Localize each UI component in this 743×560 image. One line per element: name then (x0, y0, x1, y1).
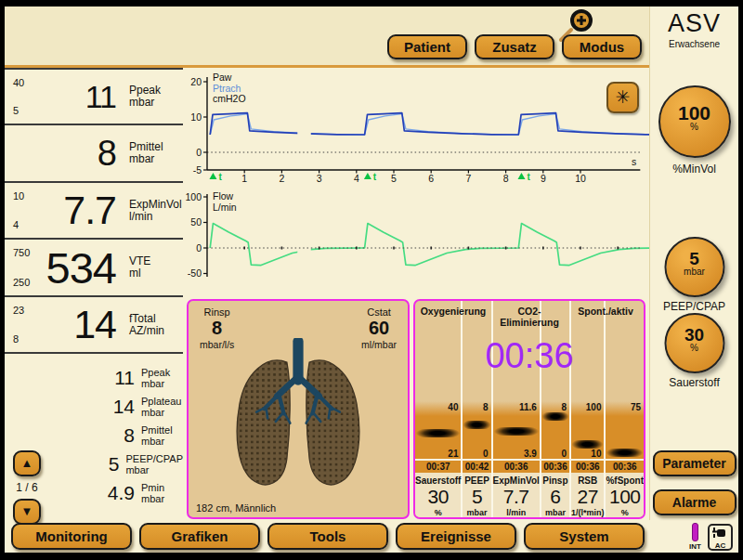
gauge-indicator (606, 449, 644, 457)
gauge-max: 40 (448, 402, 458, 412)
alarm-limit-low: 250 (13, 277, 34, 288)
alarme-button[interactable]: Alarme (653, 489, 736, 515)
svg-text:20: 20 (190, 76, 202, 87)
alarm-limit-high: 10 (13, 190, 34, 202)
monitor-unit: mbar (129, 153, 183, 165)
monitor-value: 11 (34, 79, 124, 115)
flow-waveform-chart: 100500-50FlowL/min (179, 189, 649, 298)
minvol-knob-label: %MinVol (650, 163, 738, 176)
zusatz-button[interactable]: Zusatz (475, 34, 554, 59)
svg-text:Ptrach: Ptrach (213, 83, 241, 94)
monitor-label: Pplateau (141, 396, 181, 407)
gauge-value: 6 (541, 486, 569, 508)
monitor-unit: mbar (129, 97, 183, 109)
parameter-button[interactable]: Parameter (653, 450, 736, 476)
rinsp-value: 8 (200, 318, 234, 339)
gauge-sauerstoff: 4021 00:37 Sauerstoff30% (415, 301, 463, 517)
tab-grafiken[interactable]: Grafiken (139, 523, 260, 550)
patient-group-label: Erwachsene (650, 39, 738, 49)
monitor-label: ExpMinVol (129, 199, 183, 211)
svg-text:-50: -50 (188, 267, 202, 279)
svg-text:1: 1 (241, 173, 247, 184)
gauge-unit: l/min (493, 508, 540, 517)
gauge-timer: 00:36 (541, 459, 569, 473)
minvol-knob[interactable]: 100 % (658, 85, 731, 158)
gauge-min: 0 (561, 449, 567, 459)
tab-monitoring[interactable]: Monitoring (11, 523, 132, 550)
monitor-unit: l/min (129, 211, 183, 223)
monitor-unit: mbar (141, 378, 170, 389)
bottom-bar: Monitoring Grafiken Tools Ereignisse Sys… (5, 523, 738, 553)
gauge-value: 7.7 (493, 486, 540, 508)
svg-text:t: t (373, 172, 377, 182)
gauge-rsb: 10010 00:36 RSB271/(l*min) (571, 301, 606, 517)
section-spont-aktiv: Spont./aktiv (567, 306, 644, 328)
svg-text:L/min: L/min (213, 202, 237, 213)
svg-text:-5: -5 (193, 164, 202, 176)
gauge-timer: 00:42 (463, 459, 490, 473)
gauge-name: %fSpont (606, 475, 644, 486)
monitor-value: 534 (34, 242, 124, 293)
gauge-min: 3.9 (524, 449, 537, 459)
battery-icon (692, 523, 698, 541)
svg-text:4: 4 (354, 173, 359, 184)
svg-text:cmH2O: cmH2O (213, 93, 246, 104)
freeze-curves-button[interactable]: ✳ (606, 82, 639, 113)
battery-label: INT (689, 542, 701, 551)
svg-text:10: 10 (190, 111, 202, 123)
gauge-pinsp: 80 00:36 Pinsp6mbar (541, 301, 571, 517)
peep-cpap-knob[interactable]: 5 mbar (664, 237, 724, 297)
svg-text:Paw: Paw (213, 72, 232, 83)
monitor-label: PEEP/CPAP (125, 453, 183, 464)
page-down-button[interactable]: ▼ (13, 499, 41, 525)
gauge-indicator (463, 421, 490, 429)
dynamic-lung-panel[interactable]: Rinsp 8 mbar/l/s Cstat 60 ml/mbar (187, 299, 410, 519)
svg-text:10: 10 (575, 173, 586, 184)
svg-text:Flow: Flow (213, 190, 234, 202)
svg-text:6: 6 (428, 173, 434, 184)
tab-system[interactable]: System (524, 523, 645, 550)
page-indicator: 1 / 6 (10, 481, 44, 494)
sauerstoff-knob[interactable]: 30 % (664, 313, 724, 373)
gauge-indicator (415, 429, 461, 437)
monitor-value: 11 (5, 367, 135, 389)
monitor-value: 7.7 (34, 188, 124, 233)
section-oxygenierung: Oxygenierung (415, 306, 491, 328)
gauge-value: 30 (415, 486, 461, 508)
gauge-unit: mbar (463, 508, 490, 517)
svg-text:2: 2 (279, 173, 284, 184)
gauge-timer: 00:36 (606, 459, 644, 473)
patient-button[interactable]: Patient (387, 34, 467, 59)
monitor-unit: ml (129, 267, 183, 280)
gauge-timer: 00:36 (571, 459, 605, 473)
page-up-button[interactable]: ▲ (13, 450, 41, 476)
svg-text:0: 0 (196, 147, 202, 158)
gauge-value: 5 (463, 486, 490, 508)
gauge-max: 100 (586, 402, 602, 412)
cstat-value: 60 (361, 318, 397, 339)
gauge-name: Pinsp (541, 475, 569, 486)
gauge-name: ExpMinVol (493, 475, 540, 486)
gauge-value: 100 (606, 486, 644, 508)
gauge-fspont: 75 00:36 %fSpont100% (606, 301, 644, 517)
modus-button[interactable]: Modus (562, 34, 642, 59)
svg-text:3: 3 (317, 173, 322, 184)
ventilator-screen-frame: Patient Zusatz Modus 405 11 Ppeakmbar 8 … (0, 0, 743, 560)
svg-text:t: t (527, 172, 530, 182)
alarm-limit-low: 8 (13, 333, 34, 345)
svg-text:9: 9 (541, 173, 546, 184)
gauge-name: PEEP (463, 475, 490, 486)
mode-title: ASV (650, 9, 738, 38)
internal-battery-indicator: INT (689, 523, 701, 551)
tab-ereignisse[interactable]: Ereignisse (396, 523, 516, 550)
tab-tools[interactable]: Tools (267, 523, 388, 550)
gauge-indicator (571, 440, 605, 449)
alarm-limit-high: 750 (13, 247, 34, 258)
asv-monitor-panel[interactable]: 4021 00:37 Sauerstoff30% 80 00:42 PEEP5m… (413, 299, 645, 519)
monitor-unit: mbar (141, 407, 181, 418)
monitor-label: Pmin (141, 482, 164, 493)
gauge-max: 75 (631, 402, 641, 412)
lung-graphic (210, 338, 386, 487)
svg-text:t: t (218, 172, 222, 182)
monitor-label: Ppeak (141, 367, 170, 378)
